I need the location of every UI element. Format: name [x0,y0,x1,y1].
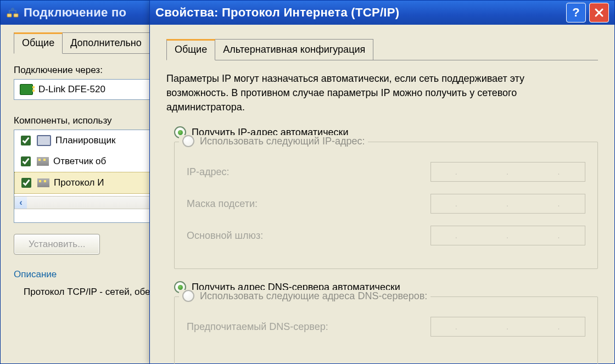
field-label: Маска подсети: [187,198,258,210]
connection-icon [6,6,19,19]
component-checkbox[interactable] [21,136,31,145]
front-window-title: Свойства: Протокол Интернета (TCP/IP) [155,5,563,20]
component-label: Планировщик [55,135,115,146]
radio-off-icon [182,290,194,302]
front-titlebar[interactable]: Свойства: Протокол Интернета (TCP/IP) ? [150,1,614,25]
dns-manual-group: Использовать следующие адреса DNS-сервер… [174,296,598,364]
subnet-mask-input[interactable]: ... [431,194,585,214]
tab-alternative-config[interactable]: Альтернативная конфигурация [215,39,373,60]
adapter-name: D-Link DFE-520 [38,84,105,95]
protocol-icon [37,178,49,187]
close-button[interactable] [589,3,609,23]
svg-rect-0 [7,14,12,17]
front-tabs: Общие Альтернативная конфигурация [166,39,598,60]
field-preferred-dns: Предпочитаемый DNS-сервер: ... [187,317,585,337]
front-client-area: Общие Альтернативная конфигурация Параме… [150,25,614,364]
field-label: Предпочитаемый DNS-сервер: [187,321,328,333]
radio-label: Использовать следующий IP-адрес: [200,136,365,147]
scheduler-icon [37,135,51,146]
network-card-icon [20,84,33,95]
component-checkbox[interactable] [21,178,31,188]
component-label: Протокол И [54,177,104,188]
radio-off-icon [182,135,194,147]
svg-rect-1 [14,14,18,17]
field-default-gateway: Основной шлюз: ... [187,226,585,245]
radio-ip-manual[interactable]: Использовать следующий IP-адрес: [179,135,368,147]
preferred-dns-input[interactable]: ... [431,317,585,337]
scroll-left-arrow-icon[interactable]: ‹ [15,197,27,209]
field-label: Основной шлюз: [187,230,263,242]
ip-info-text: Параметры IP могут назначаться автоматич… [166,71,562,114]
radio-label: Использовать следующие адреса DNS-сервер… [200,290,427,302]
ip-manual-group: Использовать следующий IP-адрес: IP-адре… [174,142,598,269]
field-subnet-mask: Маска подсети: ... [187,194,585,214]
component-checkbox[interactable] [21,156,31,166]
svg-point-2 [11,8,14,11]
field-ip-address: IP-адрес: ... [187,162,585,182]
tab-general-back[interactable]: Общие [14,32,63,54]
tcpip-properties-window: Свойства: Протокол Интернета (TCP/IP) ? … [149,0,615,364]
tab-general-front[interactable]: Общие [166,39,215,60]
gateway-input[interactable]: ... [431,226,585,245]
tab-extra-back[interactable]: Дополнительно [62,32,150,53]
ip-address-input[interactable]: ... [431,162,585,182]
responder-icon [37,157,49,166]
radio-dns-manual[interactable]: Использовать следующие адреса DNS-сервер… [179,290,431,302]
install-button[interactable]: Установить... [14,234,100,255]
help-button[interactable]: ? [566,3,586,23]
field-label: IP-адрес: [187,166,230,178]
component-label: Ответчик об [53,156,106,167]
